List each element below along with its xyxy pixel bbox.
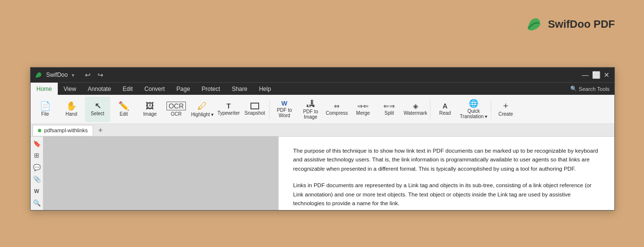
tool-typewriter[interactable]: T Typewriter xyxy=(216,97,241,122)
tool-ocr-label: OCR xyxy=(171,111,182,117)
quick-translation-icon: 🌐 xyxy=(469,100,479,107)
tab-add-button[interactable]: + xyxy=(95,125,106,136)
search-tools-label: Search Tools xyxy=(579,86,610,92)
highlight-icon: 🖊 xyxy=(198,101,207,111)
tool-select-label: Select xyxy=(91,111,104,116)
title-bar-app-name: SwifDoo xyxy=(46,71,68,78)
menu-item-convert[interactable]: Convert xyxy=(139,83,171,95)
tool-merge[interactable]: ⇒⇐ Merge xyxy=(350,97,376,122)
file-icon: 📄 xyxy=(40,102,50,110)
tool-watermark-label: Watermark xyxy=(404,110,428,116)
search-tools-area[interactable]: 🔍 Search Tools xyxy=(565,86,614,92)
watermark-icon: ◈ xyxy=(413,103,418,109)
attachments-icon[interactable]: 📎 xyxy=(32,176,42,184)
tool-ocr[interactable]: OCR OCR xyxy=(164,97,189,122)
comments-icon[interactable]: 💬 xyxy=(32,163,42,172)
minimize-button[interactable]: — xyxy=(581,71,589,79)
tool-read[interactable]: A Read xyxy=(432,97,458,122)
search-icon: 🔍 xyxy=(570,86,577,92)
document-content: The purpose of this technique is to show… xyxy=(279,137,614,210)
menu-item-help[interactable]: Help xyxy=(253,83,277,95)
tool-quick-translation[interactable]: 🌐 Quick Translation ▾ xyxy=(459,97,489,122)
edit-icon: ✏️ xyxy=(118,102,129,110)
tool-pdf-to-word[interactable]: W PDF to Word xyxy=(272,97,297,122)
typewriter-icon: T xyxy=(227,103,231,109)
pdf-to-word-icon: W xyxy=(281,100,287,106)
split-icon: ⇐⇒ xyxy=(383,103,395,109)
create-icon: + xyxy=(503,102,509,110)
toolbar: 📄 File ✋ Hand ↖ Select ✏️ Edit 🖼 Image O… xyxy=(31,95,614,124)
tool-edit[interactable]: ✏️ Edit xyxy=(111,97,136,122)
tool-image-label: Image xyxy=(143,111,157,117)
tool-read-label: Read xyxy=(439,110,451,116)
tool-pdf-to-word-label: PDF to Word xyxy=(272,107,297,118)
app-window: SwifDoo ▾ ↩ ↪ — ⬜ ✕ Home View Annotate E… xyxy=(30,67,615,211)
tab-dot xyxy=(38,129,41,132)
title-bar-logo-icon xyxy=(34,71,42,79)
tool-snapshot-label: Snapshot xyxy=(245,110,265,116)
compress-icon: ⇔ xyxy=(334,103,340,109)
tool-quick-translation-label: Quick Translation ▾ xyxy=(459,108,489,119)
tool-pdf-to-image-label: PDF to Image xyxy=(298,109,323,120)
logo-text: SwifDoo PDF xyxy=(548,18,615,31)
tool-file[interactable]: 📄 File xyxy=(33,97,58,122)
side-panel: 🔖 ⊞ 💬 📎 W 🔍 xyxy=(31,137,43,210)
doc-paragraph-1: The purpose of this technique is to show… xyxy=(293,146,600,173)
tool-merge-label: Merge xyxy=(356,110,370,116)
tool-watermark[interactable]: ◈ Watermark xyxy=(403,97,428,122)
maximize-button[interactable]: ⬜ xyxy=(592,71,600,79)
tool-create[interactable]: + Create xyxy=(493,97,518,122)
title-bar: SwifDoo ▾ ↩ ↪ — ⬜ ✕ xyxy=(31,68,614,82)
merge-icon: ⇒⇐ xyxy=(357,103,369,109)
top-logo: SwifDoo PDF xyxy=(524,15,615,34)
tool-hand[interactable]: ✋ Hand xyxy=(59,97,84,122)
menu-item-page[interactable]: Page xyxy=(171,83,196,95)
bookmark-icon[interactable]: 🔖 xyxy=(32,140,42,148)
tool-edit-label: Edit xyxy=(119,111,128,117)
tool-split-label: Split xyxy=(384,110,394,116)
close-button[interactable]: ✕ xyxy=(603,71,611,79)
tool-compress[interactable]: ⇔ Compress xyxy=(324,97,349,122)
tool-highlight-label: Highlight ▾ xyxy=(191,112,214,117)
toolbar-divider-3 xyxy=(491,100,491,119)
tool-snapshot[interactable]: Snapshot xyxy=(242,97,267,122)
hand-icon: ✋ xyxy=(66,102,77,110)
fields-icon[interactable]: W xyxy=(32,187,42,195)
toolbar-divider-2 xyxy=(430,100,430,119)
swifdoo-logo-icon xyxy=(524,15,543,34)
snapshot-icon xyxy=(250,103,259,109)
menu-item-edit[interactable]: Edit xyxy=(117,83,139,95)
menu-item-view[interactable]: View xyxy=(58,83,82,95)
tool-compress-label: Compress xyxy=(326,110,348,116)
menu-item-share[interactable]: Share xyxy=(226,83,253,95)
tool-highlight[interactable]: 🖊 Highlight ▾ xyxy=(190,97,215,122)
tool-typewriter-label: Typewriter xyxy=(217,110,240,116)
menu-item-home[interactable]: Home xyxy=(31,83,58,95)
window-controls: — ⬜ ✕ xyxy=(581,71,611,79)
tab-label: pdfsampl-withlinks xyxy=(44,127,88,133)
thumbnails-icon[interactable]: ⊞ xyxy=(32,152,42,160)
tool-pdf-to-image[interactable]: 🏞 PDF to Image xyxy=(298,97,323,122)
image-icon: 🖼 xyxy=(146,102,154,110)
undo-button[interactable]: ↩ xyxy=(84,71,92,79)
tool-select[interactable]: ↖ Select xyxy=(85,97,110,122)
read-icon: A xyxy=(443,103,447,109)
menu-bar: Home View Annotate Edit Convert Page Pro… xyxy=(31,82,614,95)
doc-paragraph-2: Links in PDF documents are represented b… xyxy=(293,181,600,208)
tool-file-label: File xyxy=(41,111,49,117)
menu-item-protect[interactable]: Protect xyxy=(196,83,226,95)
tool-create-label: Create xyxy=(498,111,513,117)
thumbnail-area xyxy=(43,137,279,210)
tab-pdfsampl[interactable]: pdfsampl-withlinks xyxy=(33,125,93,136)
select-icon: ↖ xyxy=(95,102,101,110)
tool-hand-label: Hand xyxy=(66,111,77,117)
ocr-icon: OCR xyxy=(166,102,185,110)
main-content: 🔖 ⊞ 💬 📎 W 🔍 The purpose of this techniqu… xyxy=(31,137,614,210)
menu-item-annotate[interactable]: Annotate xyxy=(82,83,117,95)
toolbar-divider-1 xyxy=(269,100,270,119)
redo-button[interactable]: ↪ xyxy=(97,71,104,79)
search-panel-icon[interactable]: 🔍 xyxy=(32,199,42,208)
title-bar-dropdown-icon[interactable]: ▾ xyxy=(72,72,74,78)
tool-image[interactable]: 🖼 Image xyxy=(137,97,163,122)
tool-split[interactable]: ⇐⇒ Split xyxy=(377,97,402,122)
